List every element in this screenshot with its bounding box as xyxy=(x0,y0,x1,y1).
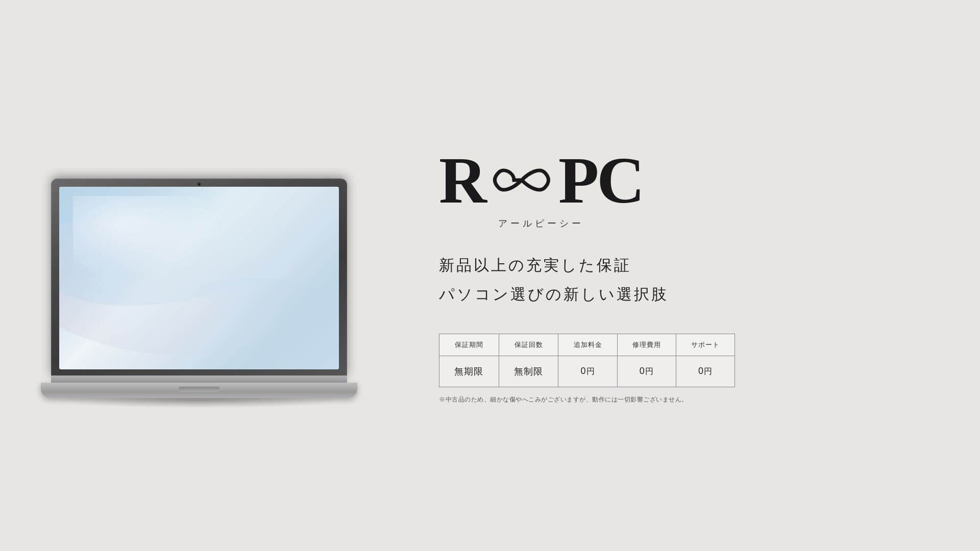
td-zero-support: 0円 xyxy=(676,356,734,387)
warranty-table: 保証期間 保証回数 追加料金 修理費用 サポート 無期限 無制限 0円 0円 xyxy=(439,334,735,387)
zero-support-text: 0 xyxy=(698,366,704,376)
laptop-base xyxy=(41,383,357,398)
table-header-row: 保証期間 保証回数 追加料金 修理費用 サポート xyxy=(439,334,735,356)
screen-wallpaper xyxy=(59,187,339,369)
yen-1: 円 xyxy=(586,367,595,375)
td-zero-repair: 0円 xyxy=(617,356,676,387)
th-extra-fee: 追加料金 xyxy=(558,334,617,356)
td-museigen: 無制限 xyxy=(499,356,558,387)
th-warranty-period: 保証期間 xyxy=(439,334,499,356)
left-panel xyxy=(0,0,398,551)
laptop-lid xyxy=(51,179,347,378)
td-zero-fee: 0円 xyxy=(558,356,617,387)
warranty-table-section: 保証期間 保証回数 追加料金 修理費用 サポート 無期限 無制限 0円 0円 xyxy=(439,334,735,404)
zero-fee-text: 0 xyxy=(581,366,586,376)
logo-pc: PC xyxy=(558,147,643,213)
taglines-section: 新品以上の充実した保証 パソコン選びの新しい選択肢 xyxy=(439,255,669,313)
table-value-row: 無期限 無制限 0円 0円 0円 xyxy=(439,356,735,387)
td-mukirgen: 無期限 xyxy=(439,356,499,387)
logo-infinity-icon xyxy=(491,160,552,201)
laptop-camera xyxy=(198,183,201,186)
th-support: サポート xyxy=(676,334,734,356)
zero-repair-text: 0 xyxy=(640,366,645,376)
laptop-screen-assembly xyxy=(51,180,347,384)
tagline-2: パソコン選びの新しい選択肢 xyxy=(439,284,669,305)
right-panel: R PC アールピーシー 新品以上の充実した保証 パソコン選びの新しい選択肢 保… xyxy=(398,0,980,551)
tagline-1: 新品以上の充実した保証 xyxy=(439,255,669,276)
th-warranty-count: 保証回数 xyxy=(499,334,558,356)
yen-2: 円 xyxy=(645,367,654,375)
logo-section: R PC アールピーシー xyxy=(439,147,643,230)
laptop-image xyxy=(26,153,373,398)
th-repair-cost: 修理費用 xyxy=(617,334,676,356)
disclaimer-text: ※中古品のため、細かな傷やへこみがございますが、動作には一切影響ございません。 xyxy=(439,395,735,404)
logo-reading: アールピーシー xyxy=(439,217,643,230)
logo-r: R xyxy=(439,147,485,213)
logo-main: R PC xyxy=(439,147,643,213)
laptop-screen xyxy=(59,187,339,369)
yen-3: 円 xyxy=(704,367,713,375)
